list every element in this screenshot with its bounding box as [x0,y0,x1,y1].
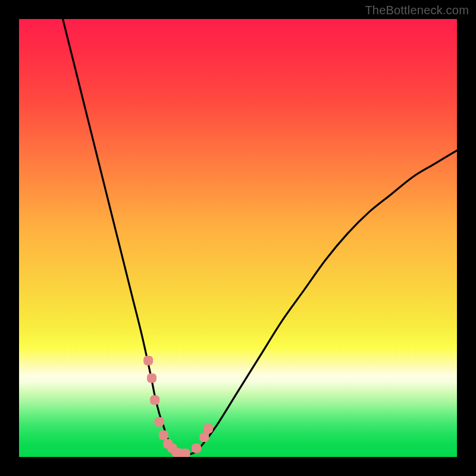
marker-point [159,430,168,440]
bottleneck-curve [63,19,457,455]
marker-point [181,449,190,457]
marker-point [143,356,153,365]
plot-area [19,19,457,457]
curve-layer [19,19,457,457]
marker-point [155,417,164,427]
marker-point [147,374,156,383]
marker-point [192,443,201,453]
marker-point [199,433,209,442]
marker-point [150,395,159,405]
chart-frame: TheBottleneck.com [0,0,476,476]
highlighted-points [143,356,213,457]
attribution-text: TheBottleneck.com [365,4,469,17]
marker-point [203,424,213,433]
